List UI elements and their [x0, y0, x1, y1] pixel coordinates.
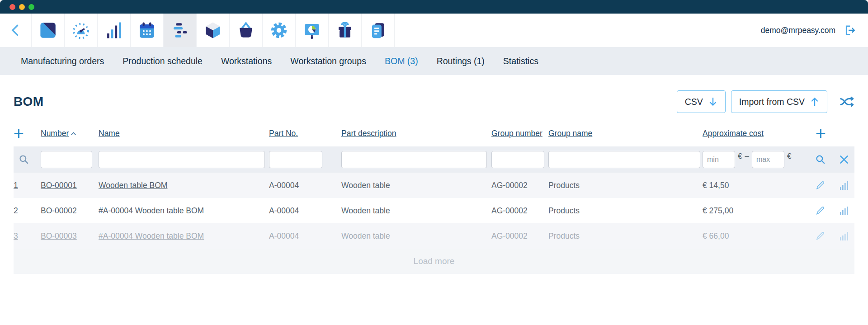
- add-column-button[interactable]: [809, 128, 854, 139]
- csv-import-button[interactable]: Import from CSV: [731, 90, 827, 113]
- toolbar-item-gauge[interactable]: [65, 14, 98, 47]
- main-toolbar: demo@mrpeasy.com: [0, 14, 868, 47]
- filter-cost-min-input[interactable]: [703, 151, 735, 168]
- cell-group-number: AG-00002: [491, 181, 548, 190]
- cell-part-no: A-00004: [269, 181, 341, 190]
- tab-bom[interactable]: BOM (3): [385, 56, 418, 66]
- toolbar-item-documents[interactable]: [362, 14, 395, 47]
- toolbar-item-dashboard[interactable]: [32, 14, 65, 47]
- filter-actions: [809, 154, 854, 165]
- tab-workstation-groups[interactable]: Workstation groups: [290, 56, 366, 66]
- currency-label: €: [787, 152, 791, 161]
- row-stats-icon[interactable]: [838, 231, 849, 241]
- documents-icon: [368, 21, 387, 40]
- gear-icon: [269, 21, 288, 40]
- bom-number-link[interactable]: BO-00001: [41, 181, 77, 190]
- row-stats-icon[interactable]: [838, 205, 849, 216]
- tab-workstations[interactable]: Workstations: [221, 56, 272, 66]
- toolbar-item-stock[interactable]: [197, 14, 230, 47]
- filter-part-no-input[interactable]: [269, 151, 322, 168]
- column-header-number: Number: [41, 129, 99, 138]
- filter-part-description-input[interactable]: [341, 151, 487, 168]
- table-row: 3 BO-00003 #A-00004 Wooden table BOM A-0…: [14, 223, 854, 249]
- filter-group-name-input[interactable]: [548, 151, 700, 168]
- bom-name-link[interactable]: #A-00004 Wooden table BOM: [99, 231, 204, 240]
- edit-pencil-icon[interactable]: [815, 180, 826, 191]
- toolbar-item-production-planning[interactable]: [164, 14, 197, 47]
- row-actions: [809, 180, 854, 191]
- user-email: demo@mrpeasy.com: [761, 26, 835, 35]
- gauge-icon: [71, 21, 90, 40]
- filter-group-number-input[interactable]: [491, 151, 544, 168]
- minimize-window-button[interactable]: [19, 4, 25, 10]
- magnifier-icon: [18, 154, 30, 165]
- row-actions: [809, 231, 854, 241]
- cell-approximate-cost: € 14,50: [703, 181, 809, 190]
- column-header-approximate-cost: Approximate cost: [703, 129, 809, 138]
- fullscreen-window-button[interactable]: [28, 4, 34, 10]
- close-window-button[interactable]: [9, 4, 15, 10]
- tab-production-schedule[interactable]: Production schedule: [123, 56, 203, 66]
- app-window: demo@mrpeasy.com Manufacturing orders Pr…: [0, 0, 868, 325]
- row-stats-icon[interactable]: [838, 180, 849, 191]
- edit-pencil-icon[interactable]: [815, 231, 826, 241]
- toolbar-item-reports[interactable]: [296, 14, 329, 47]
- apply-search-icon[interactable]: [815, 154, 826, 165]
- toolbar-item-statistics[interactable]: [98, 14, 131, 47]
- toolbar-item-calendar[interactable]: [131, 14, 164, 47]
- table-row: 2 BO-00002 #A-00004 Wooden table BOM A-0…: [14, 198, 854, 223]
- logout-button[interactable]: [843, 24, 856, 37]
- back-button[interactable]: [0, 14, 32, 47]
- row-index-link[interactable]: 3: [14, 231, 18, 240]
- toolbar-right-area: demo@mrpeasy.com: [761, 14, 868, 47]
- column-header-number-link[interactable]: Number: [41, 129, 69, 138]
- csv-export-button[interactable]: CSV: [677, 90, 726, 113]
- column-header-group-name: Group name: [548, 129, 703, 138]
- add-bom-button[interactable]: [14, 128, 41, 139]
- load-more-button[interactable]: Load more: [14, 249, 854, 274]
- range-dash: –: [745, 152, 749, 161]
- toolbar-item-procurement[interactable]: [230, 14, 263, 47]
- bom-number-link[interactable]: BO-00003: [41, 231, 77, 240]
- column-header-name: Name: [99, 129, 269, 138]
- column-header-group-number: Group number: [491, 129, 548, 138]
- section-nav: Manufacturing orders Production schedule…: [0, 47, 868, 75]
- bom-number-link[interactable]: BO-00002: [41, 206, 77, 215]
- page-title: BOM: [14, 94, 44, 109]
- toolbar-item-whats-new[interactable]: [329, 14, 362, 47]
- bar-chart-icon: [104, 21, 123, 40]
- currency-label: €: [738, 152, 742, 161]
- mrpeasy-logo-icon: [38, 21, 57, 40]
- column-header-part-description: Part description: [341, 129, 491, 138]
- bom-name-link[interactable]: Wooden table BOM: [99, 181, 167, 190]
- table-header-row: Number Name Part No. Part description Gr…: [14, 120, 854, 146]
- arrow-down-icon: [708, 96, 717, 107]
- edit-pencil-icon[interactable]: [815, 205, 826, 216]
- tab-manufacturing-orders[interactable]: Manufacturing orders: [21, 56, 104, 66]
- arrow-up-icon: [810, 96, 819, 107]
- cell-group-name: Products: [548, 206, 703, 216]
- shuffle-columns-button[interactable]: [839, 96, 854, 108]
- cell-approximate-cost: € 275,00: [703, 206, 809, 216]
- tab-routings[interactable]: Routings (1): [437, 56, 485, 66]
- plus-icon: [816, 128, 826, 139]
- cell-group-name: Products: [548, 231, 703, 241]
- filter-name-input[interactable]: [99, 151, 265, 168]
- tab-statistics[interactable]: Statistics: [503, 56, 538, 66]
- table-row: 1 BO-00001 Wooden table BOM A-00004 Wood…: [14, 173, 854, 198]
- shuffle-icon: [839, 96, 854, 108]
- cube-icon: [203, 21, 222, 40]
- filter-cost-max-input[interactable]: [752, 151, 784, 168]
- logout-icon: [843, 24, 856, 37]
- page-actions: CSV Import from CSV: [677, 90, 854, 113]
- row-index-link[interactable]: 2: [14, 206, 18, 215]
- filter-number-input[interactable]: [41, 151, 92, 168]
- clear-filters-icon[interactable]: [838, 154, 850, 165]
- table-filter-row: € – €: [14, 146, 854, 173]
- filter-cost-range: € – €: [703, 151, 809, 168]
- row-index-link[interactable]: 1: [14, 181, 18, 190]
- page-header: BOM CSV Import from CSV: [0, 75, 868, 120]
- toolbar-item-settings[interactable]: [263, 14, 296, 47]
- bom-name-link[interactable]: #A-00004 Wooden table BOM: [99, 206, 204, 215]
- cell-group-number: AG-00002: [491, 206, 548, 216]
